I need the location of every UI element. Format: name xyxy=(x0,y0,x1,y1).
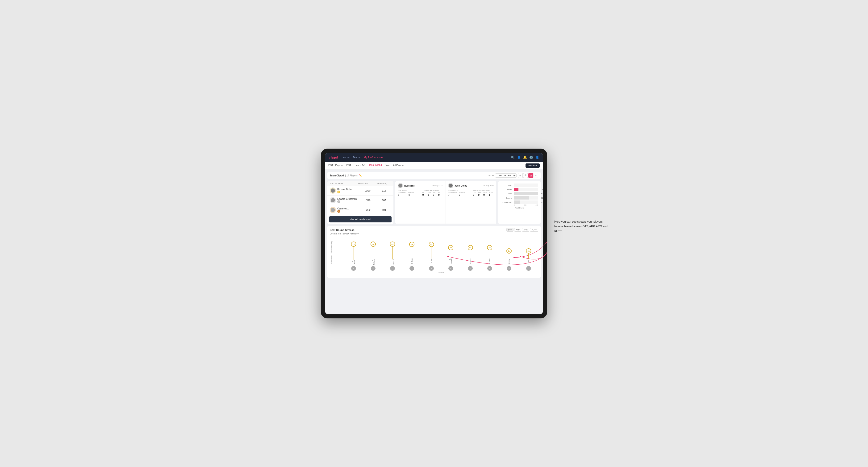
nav-bar: clippd Home Teams My Performance 🔍 👤 🔔 ⚙… xyxy=(325,153,543,162)
streak-avatar-7: M xyxy=(480,266,499,271)
bar-label-bogeys: Bogeys xyxy=(500,197,512,199)
pc-practice-group-1: Total Practice Activities OTT 0 APP xyxy=(423,190,443,196)
streak-player-name-7: M. Miller xyxy=(489,258,491,265)
pc-arg-2: ARG 0 xyxy=(483,192,487,196)
bar-fill-bogeys xyxy=(514,196,529,199)
streak-badge-1: 6x xyxy=(371,242,376,247)
lb-score-1: 19/20 xyxy=(358,189,377,192)
bar-label-pars: Pars xyxy=(500,193,512,195)
edit-icon[interactable]: ✏️ xyxy=(359,174,362,177)
sub-nav-tour[interactable]: Tour xyxy=(385,164,390,167)
sub-nav-pga[interactable]: PGA xyxy=(346,164,351,167)
y-axis-label: Best Streak, Fairway Accuracy xyxy=(331,237,333,268)
streak-bar-item-3: 5xJ. Coles xyxy=(402,242,422,265)
player-card-2: Josh Coles 26 Aug 2023 Total Rounds xyxy=(446,181,496,224)
streak-avatar-4: R xyxy=(422,266,441,271)
streak-bar-item-2: 6xD. Billingham xyxy=(383,242,402,265)
streak-bar-item-8: 3xR. Butler xyxy=(499,242,519,265)
nav-home[interactable]: Home xyxy=(342,156,349,159)
nav-icons: 🔍 👤 🔔 ⚙️ 👤 xyxy=(511,156,539,159)
pc-practice-label-1: Practice xyxy=(408,192,414,193)
bar-fill-birdies xyxy=(514,188,519,191)
lb-col-player: PLAYER NAME xyxy=(330,182,358,184)
pc-stats-2: Total Rounds Tournament 7 Practice xyxy=(448,190,494,196)
pc-rounds-row-2: Tournament 7 Practice 2 xyxy=(448,192,469,196)
list-view-button[interactable]: ☰ xyxy=(523,173,528,178)
streak-badge-0: 7x xyxy=(351,242,356,247)
grid-view-button[interactable]: ⊞ xyxy=(518,173,523,178)
sub-nav-team-clippd[interactable]: Team Clippd xyxy=(369,164,382,167)
pc-putt-2: PUTT 1 xyxy=(489,192,493,196)
pc-tournament-1: Tournament 8 xyxy=(398,192,406,196)
settings-icon[interactable]: ⚙️ xyxy=(529,156,533,159)
search-icon[interactable]: 🔍 xyxy=(511,156,515,159)
streak-subtitle: Off The Tee, Fairway Accuracy xyxy=(330,232,538,235)
streak-badge-2: 6x xyxy=(390,242,395,247)
streak-tab-putt[interactable]: PUTT xyxy=(530,228,538,231)
show-controls: Show Last 3 months ⊞ ☰ ▤ ≡ xyxy=(488,173,538,178)
streak-avatar-1: B xyxy=(363,266,382,271)
pc-practice-group-2: Total Practice Activities OTT 0 APP xyxy=(473,190,494,196)
card-view-button[interactable]: ▤ xyxy=(528,173,533,178)
bar-label-eagles: Eagles xyxy=(500,184,512,186)
period-dropdown[interactable]: Last 3 months xyxy=(495,173,517,178)
streak-badge-9: 3x xyxy=(526,248,531,253)
players-panel: Rees Britt 02 Sep 2023 Total Rounds xyxy=(395,181,496,224)
streak-avatar-0: E xyxy=(344,266,363,271)
user-icon[interactable]: 👤 xyxy=(517,156,521,159)
streak-tab-arg[interactable]: ARG xyxy=(522,228,529,231)
pc-practice-title-2: Total Practice Activities xyxy=(473,190,494,191)
streak-avatar-9: C xyxy=(519,266,538,271)
nav-performance[interactable]: My Performance xyxy=(364,156,383,159)
bar-fill-pars xyxy=(514,192,538,195)
player-card-1: Rees Britt 02 Sep 2023 Total Rounds xyxy=(395,181,446,224)
add-team-button[interactable]: Add Team xyxy=(526,163,540,168)
bar-axis: 0 200 400 xyxy=(500,204,538,206)
streak-avatars-row: EBDJREDMRC xyxy=(344,266,538,271)
pc-player-info-2: Josh Coles xyxy=(448,183,467,188)
nav-teams[interactable]: Teams xyxy=(353,156,361,159)
sub-nav-all-players[interactable]: All Players xyxy=(393,164,404,167)
lb-score-3: 17/20 xyxy=(358,209,377,211)
rank-badge-3: 3 xyxy=(337,210,340,213)
right-section: Rees Britt 02 Sep 2023 Total Rounds xyxy=(395,181,540,224)
sub-nav-hcaps[interactable]: Hcaps 1-5 xyxy=(355,164,366,167)
view-leaderboard-button[interactable]: View Full Leaderboard xyxy=(329,216,392,222)
pc-arg-1: ARG 0 xyxy=(433,192,436,196)
lb-avg-3: 103 xyxy=(377,209,391,211)
bar-axis-0: 0 xyxy=(514,204,515,206)
streak-tab-app[interactable]: APP xyxy=(514,228,521,231)
pc-rounds-row-1: Tournament 8 Practice 4 xyxy=(398,192,418,196)
player-info-3: Cameron... 3 xyxy=(330,207,358,213)
streak-player-name-1: B. McHerg xyxy=(371,259,375,265)
player-name-3: Cameron... xyxy=(337,207,349,210)
streak-player-name-3: J. Coles xyxy=(411,258,413,265)
avatar-icon[interactable]: 👤 xyxy=(535,156,539,159)
pc-practice-activities-1: OTT 0 APP 0 xyxy=(423,192,443,196)
pc-app-1: APP 0 xyxy=(428,192,431,196)
table-row: Edward Crossman 2 18/20 107 xyxy=(328,195,394,205)
bar-value-birdies: 96 xyxy=(542,188,543,191)
streak-bar-item-1: 6xB. McHerg xyxy=(363,242,382,265)
nav-logo: clippd xyxy=(329,156,338,159)
pc-tournament-value-1: 8 xyxy=(398,193,406,196)
bar-label-birdies: Birdies xyxy=(500,188,512,191)
streak-player-name-9: C. Quick xyxy=(528,258,529,265)
bell-icon[interactable]: 🔔 xyxy=(523,156,527,159)
player-name-1: Richard Butler xyxy=(337,188,352,191)
team-label: Team Clippd | 14 Players ✏️ xyxy=(330,174,362,177)
streak-tab-ott[interactable]: OTT xyxy=(506,228,514,231)
pc-header-1: Rees Britt 02 Sep 2023 xyxy=(398,183,443,188)
pc-practice-activities-2: OTT 0 APP 0 xyxy=(473,192,494,196)
rank-badge-2: 2 xyxy=(337,200,340,203)
table-view-button[interactable]: ≡ xyxy=(533,173,538,178)
bar-container-eagles: 3 xyxy=(514,184,538,187)
player-count: | 14 Players xyxy=(345,174,358,177)
pc-name-1: Rees Britt xyxy=(404,184,415,187)
pc-rounds-title-2: Total Rounds xyxy=(448,190,469,191)
bar-axis-400: 400 xyxy=(535,204,538,206)
two-column-layout: PLAYER NAME PB SCORE PB AVG SQ Richard B… xyxy=(328,181,540,224)
pc-ott-2: OTT 0 xyxy=(473,192,476,196)
sub-nav-pgat[interactable]: PGAT Players xyxy=(328,164,343,167)
player-info-1: Richard Butler 1 xyxy=(330,187,358,194)
